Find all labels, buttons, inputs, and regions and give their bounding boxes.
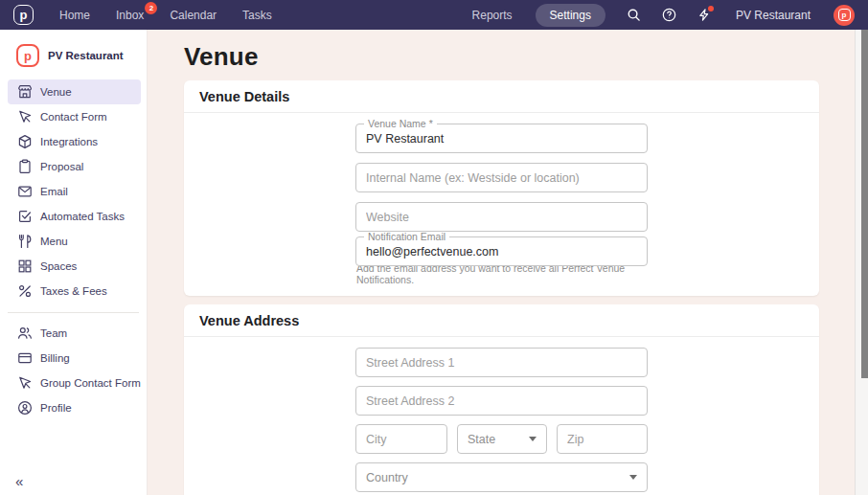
street-address-1-field — [355, 348, 648, 377]
grid-icon — [17, 259, 33, 274]
cursor-icon — [17, 375, 33, 391]
sidebar-item-label: Proposal — [40, 161, 83, 172]
state-select[interactable]: State — [457, 424, 547, 454]
announcements-badge-dot — [708, 6, 714, 11]
venue-logo: p — [16, 44, 39, 67]
envelope-icon — [17, 184, 33, 199]
nav-account-name[interactable]: PV Restaurant — [736, 9, 811, 22]
street-address-2-field — [355, 386, 648, 416]
internal-name-field — [355, 163, 648, 192]
city-state-zip-row: State — [355, 424, 648, 454]
page-title: Venue — [184, 42, 868, 72]
venue-address-form: State Country — [355, 348, 648, 492]
sidebar-item-group-contact-form[interactable]: Group Contact Form — [8, 371, 141, 395]
announcements-icon[interactable] — [697, 8, 711, 22]
venue-details-title: Venue Details — [184, 80, 819, 113]
state-select-value: State — [468, 433, 495, 446]
cube-icon — [17, 134, 33, 149]
sidebar-item-label: Menu — [40, 236, 68, 247]
help-icon[interactable] — [662, 8, 676, 22]
page-scrollbar-track[interactable] — [855, 30, 868, 495]
website-input[interactable] — [366, 211, 637, 224]
cursor-icon — [17, 109, 33, 124]
sidebar-item-label: Spaces — [40, 260, 77, 272]
sidebar-venue-name: PV Restaurant — [48, 50, 124, 61]
account-avatar[interactable]: p — [834, 5, 855, 26]
venue-address-card: Venue Address State — [184, 304, 819, 495]
sidebar-item-label: Team — [40, 327, 67, 339]
sidebar-item-spaces[interactable]: Spaces — [8, 254, 141, 279]
people-icon — [17, 326, 33, 341]
page-scrollbar-thumb[interactable] — [861, 30, 868, 378]
sidebar-item-label: Integrations — [40, 136, 98, 147]
country-select-value: Country — [366, 471, 408, 484]
avatar-logo-glyph: p — [838, 9, 851, 21]
sidebar-item-integrations[interactable]: Integrations — [8, 129, 141, 154]
checkbox-icon — [17, 209, 33, 224]
sidebar-item-label: Billing — [40, 352, 70, 364]
main-content: Venue Venue Details Venue Name * Notific… — [148, 30, 868, 495]
sidebar-collapse-button[interactable]: « — [15, 474, 23, 488]
venue-details-card: Venue Details Venue Name * Notification … — [184, 80, 819, 296]
sidebar-item-taxes-fees[interactable]: Taxes & Fees — [8, 279, 141, 304]
sidebar-item-label: Group Contact Form — [40, 377, 141, 389]
sidebar-item-billing[interactable]: Billing — [8, 346, 141, 371]
notification-email-field: Notification Email — [355, 236, 648, 266]
zip-field — [557, 424, 648, 454]
search-icon[interactable] — [627, 8, 641, 22]
sidebar-item-label: Automated Tasks — [40, 211, 125, 222]
country-select[interactable]: Country — [355, 462, 648, 492]
sidebar-item-contact-form[interactable]: Contact Form — [8, 104, 141, 129]
percent-icon — [17, 283, 33, 299]
street-address-2-input[interactable] — [366, 394, 637, 408]
nav-inbox-label: Inbox — [116, 9, 144, 22]
notification-email-label: Notification Email — [364, 233, 449, 241]
sidebar-item-label: Email — [40, 186, 68, 197]
settings-sidebar: p PV Restaurant Venue Contact Form Integ… — [0, 30, 148, 495]
sidebar-item-label: Contact Form — [40, 111, 107, 123]
notification-email-input[interactable] — [366, 245, 637, 259]
nav-calendar[interactable]: Calendar — [170, 9, 217, 22]
perfect-venue-logo[interactable]: p — [13, 5, 34, 25]
venue-details-body: Venue Name * Notification Email Add the … — [184, 113, 819, 296]
website-field — [355, 202, 648, 232]
sidebar-item-menu[interactable]: Menu — [8, 229, 141, 254]
sidebar-item-automated-tasks[interactable]: Automated Tasks — [8, 204, 141, 229]
utensils-icon — [17, 234, 33, 249]
clipboard-icon — [17, 159, 33, 174]
storefront-icon — [17, 84, 33, 100]
sidebar-divider — [8, 312, 139, 313]
venue-address-body: State Country — [184, 337, 819, 495]
city-input[interactable] — [366, 433, 437, 446]
venue-name-label: Venue Name * — [364, 120, 437, 128]
sidebar-item-proposal[interactable]: Proposal — [8, 154, 141, 179]
nav-settings-active[interactable]: Settings — [536, 4, 605, 27]
chevron-down-icon — [529, 437, 537, 441]
nav-reports[interactable]: Reports — [472, 9, 513, 22]
street-address-1-input[interactable] — [366, 356, 637, 370]
sidebar-item-label: Profile — [40, 402, 72, 414]
nav-tasks[interactable]: Tasks — [242, 9, 272, 22]
venue-details-form: Venue Name * Notification Email Add the … — [355, 124, 648, 285]
inbox-unread-badge: 2 — [145, 2, 157, 14]
nav-inbox[interactable]: Inbox 2 — [116, 9, 144, 22]
sidebar-item-team[interactable]: Team — [8, 321, 141, 346]
sidebar-item-email[interactable]: Email — [8, 179, 141, 204]
venue-address-title: Venue Address — [184, 304, 819, 337]
sidebar-item-label: Venue — [40, 86, 72, 98]
city-field — [355, 424, 447, 454]
venue-name-field: Venue Name * — [355, 124, 648, 153]
sidebar-item-label: Taxes & Fees — [40, 285, 107, 297]
internal-name-input[interactable] — [366, 171, 637, 185]
sidebar-venue-header: p PV Restaurant — [0, 30, 147, 79]
chevron-down-icon — [629, 475, 637, 480]
zip-input[interactable] — [567, 433, 637, 446]
person-circle-icon — [17, 400, 33, 416]
credit-card-icon — [17, 350, 33, 366]
sidebar-item-venue[interactable]: Venue — [8, 79, 141, 104]
sidebar-item-profile[interactable]: Profile — [8, 395, 141, 420]
top-navbar: p Home Inbox 2 Calendar Tasks Reports Se… — [0, 0, 868, 30]
nav-home[interactable]: Home — [59, 9, 90, 22]
venue-name-input[interactable] — [366, 132, 637, 146]
